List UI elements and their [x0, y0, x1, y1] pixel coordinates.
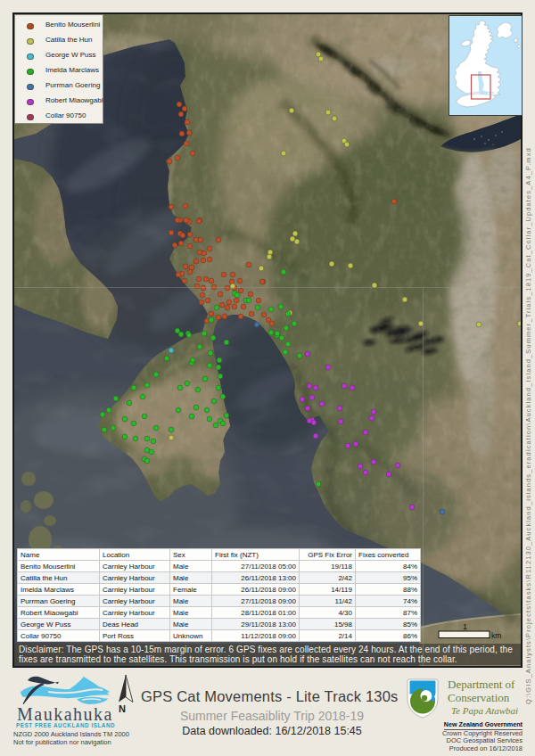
svg-text:1: 1 [463, 622, 467, 631]
svg-text:km: km [491, 631, 501, 640]
